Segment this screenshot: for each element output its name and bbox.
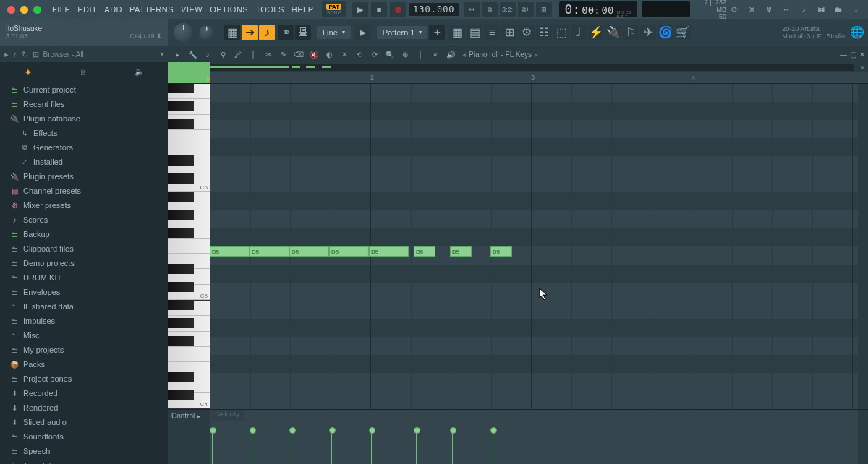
menu-file[interactable]: FILE <box>48 5 74 14</box>
menu-tools[interactable]: TOOLS <box>252 5 288 14</box>
top-icon-1[interactable]: ✕ <box>744 1 760 17</box>
prev-knob-icon[interactable]: ▸ <box>355 25 371 40</box>
menu-view[interactable]: VIEW <box>177 5 206 14</box>
browser-item-scores[interactable]: ♪Scores <box>0 212 168 227</box>
browser-item-backup[interactable]: 🗀Backup <box>0 227 168 241</box>
top-icon-4[interactable]: ♪ <box>796 1 812 17</box>
browser-item-demo-projects[interactable]: 🗀Demo projects <box>0 256 168 270</box>
pr-tool-8[interactable]: ⌫ <box>292 48 305 61</box>
vertical-scrollbar[interactable] <box>858 84 868 409</box>
menu-patterns[interactable]: PATTERNS <box>126 5 177 14</box>
time-display[interactable]: 0: 00: 00 M:S:CSB:S:T <box>559 1 638 17</box>
window-shortcut-11[interactable]: ✈ <box>640 25 656 40</box>
velocity-editor[interactable] <box>210 421 858 464</box>
pr-tool-14[interactable]: 🔍 <box>383 48 396 61</box>
velocity-stem[interactable] <box>292 429 292 464</box>
pr-tool-15[interactable]: ⊕ <box>399 48 412 61</box>
window-shortcut-3[interactable]: ⊞ <box>501 25 517 40</box>
browser-item-plugin-presets[interactable]: 🔌Plugin presets <box>0 169 168 184</box>
snap-btn-3[interactable]: ⧉+ <box>518 2 534 17</box>
pr-tool-4[interactable]: 🖉 <box>231 48 244 61</box>
velocity-stem[interactable] <box>452 429 453 464</box>
window-shortcut-12[interactable]: 🌀 <box>658 25 673 40</box>
menu-options[interactable]: OPTIONS <box>206 5 252 14</box>
pat-song-toggle[interactable]: PAT SONG <box>322 1 346 17</box>
browser-item-misc[interactable]: 🗀Misc <box>0 328 168 343</box>
browser-item-drum-kit[interactable]: 🗀DRUM KIT <box>0 270 168 285</box>
piano-roll-grid[interactable]: D5D5D5D5D5D5D5D5 <box>210 84 858 409</box>
pr-close-icon[interactable]: ✕ <box>859 51 865 59</box>
browser-item-envelopes[interactable]: 🗀Envelopes <box>0 285 168 299</box>
minimize-window-icon[interactable] <box>20 6 28 14</box>
velocity-stem[interactable] <box>331 429 332 464</box>
pr-tool-10[interactable]: ◐ <box>323 48 336 61</box>
stop-button[interactable]: ■ <box>371 2 387 17</box>
menu-edit[interactable]: EDIT <box>74 5 101 14</box>
pattern-add-button[interactable]: + <box>429 25 445 40</box>
pr-maximize-icon[interactable]: ▢ <box>850 51 856 59</box>
browser-item-generators[interactable]: ⧉Generators <box>0 140 168 155</box>
browser-item-il-shared-data[interactable]: 🗀IL shared data <box>0 299 168 314</box>
midi-note[interactable]: D5 <box>414 246 435 257</box>
window-shortcut-2[interactable]: ≡ <box>484 25 500 40</box>
browser-item-effects[interactable]: ↳Effects <box>0 126 168 140</box>
switch-2[interactable]: ♪ <box>259 25 275 40</box>
globe-icon[interactable]: 🌐 <box>849 25 865 40</box>
velocity-stem[interactable] <box>212 429 213 464</box>
snap-btn-4[interactable]: ⊞ <box>536 2 552 17</box>
record-button[interactable] <box>390 2 406 17</box>
browser-item-recent-files[interactable]: 🗀Recent files <box>0 97 168 111</box>
velocity-stem[interactable] <box>493 429 493 464</box>
browser-item-project-bones[interactable]: 🗀Project bones <box>0 371 168 386</box>
window-shortcut-4[interactable]: ⚙ <box>519 25 535 40</box>
midi-note[interactable]: D5 <box>490 246 512 257</box>
tempo-display[interactable]: 130.000 <box>409 3 459 16</box>
top-icon-7[interactable]: ⤓ <box>848 1 864 17</box>
piano-roll-minimap[interactable]: ▸ <box>168 62 868 72</box>
window-shortcut-13[interactable]: 🛒 <box>675 25 691 40</box>
window-shortcut-7[interactable]: ♩ <box>571 25 587 40</box>
pr-tool-9[interactable]: 🔇 <box>307 48 320 61</box>
browser-item-soundfonts[interactable]: 🗀Soundfonts <box>0 429 168 444</box>
browser-item-my-projects[interactable]: 🗀My projects <box>0 343 168 357</box>
midi-note[interactable]: D5 <box>450 246 472 257</box>
control-label[interactable]: Control ▸ <box>168 410 210 464</box>
browser-item-plugin-database[interactable]: 🔌Plugin database <box>0 111 168 126</box>
midi-note[interactable]: D5 <box>289 246 329 257</box>
master-volume-knob[interactable] <box>174 23 192 42</box>
midi-note[interactable]: D5 <box>369 246 409 257</box>
browser-item-sliced-audio[interactable]: ⬇Sliced audio <box>0 415 168 429</box>
maximize-window-icon[interactable] <box>33 6 41 14</box>
snap-btn-1[interactable]: ⧉ <box>482 2 498 17</box>
browser-item-clipboard-files[interactable]: 🗀Clipboard files <box>0 241 168 256</box>
pr-tool-0[interactable]: ▸ <box>171 48 184 61</box>
close-window-icon[interactable] <box>7 6 15 14</box>
switch-0[interactable]: ▦ <box>224 25 240 40</box>
top-icon-5[interactable]: 🖬 <box>813 1 829 17</box>
pr-tool-18[interactable]: 🔊 <box>444 48 457 61</box>
browser-item-installed[interactable]: ✓Installed <box>0 155 168 169</box>
browser-item-impulses[interactable]: 🗀Impulses <box>0 314 168 328</box>
menu-add[interactable]: ADD <box>101 5 126 14</box>
browser-item-current-project[interactable]: 🗀Current project <box>0 82 168 97</box>
window-shortcut-1[interactable]: ▤ <box>467 25 482 40</box>
browser-item-speech[interactable]: 🗀Speech <box>0 444 168 458</box>
misc-switch-0[interactable]: ⚭ <box>278 25 294 40</box>
velocity-tab[interactable]: Velocity <box>211 410 245 421</box>
browser-files-icon[interactable]: 🗎 <box>80 68 88 77</box>
browser-item-mixer-presets[interactable]: ⚙Mixer presets <box>0 198 168 212</box>
pr-tool-1[interactable]: 🔧 <box>186 48 199 61</box>
window-shortcut-8[interactable]: ⚡ <box>588 25 604 40</box>
browser-item-channel-presets[interactable]: ▤Channel presets <box>0 184 168 198</box>
play-button[interactable]: ▶ <box>352 2 368 17</box>
velocity-stem[interactable] <box>252 429 252 464</box>
pr-minimize-icon[interactable]: — <box>840 51 847 59</box>
chevron-right-icon[interactable]: ▸ <box>535 51 538 59</box>
pr-tool-2[interactable]: ♪ <box>201 48 214 61</box>
browser-item-rendered[interactable]: ⬇Rendered <box>0 400 168 415</box>
velocity-stem[interactable] <box>371 429 372 464</box>
switch-1[interactable]: ➜ <box>242 25 258 40</box>
midi-note[interactable]: D5 <box>210 246 250 257</box>
piano-roll-ruler[interactable]: 234 <box>168 72 868 84</box>
snap-selector[interactable]: Line ▾ <box>317 26 351 39</box>
